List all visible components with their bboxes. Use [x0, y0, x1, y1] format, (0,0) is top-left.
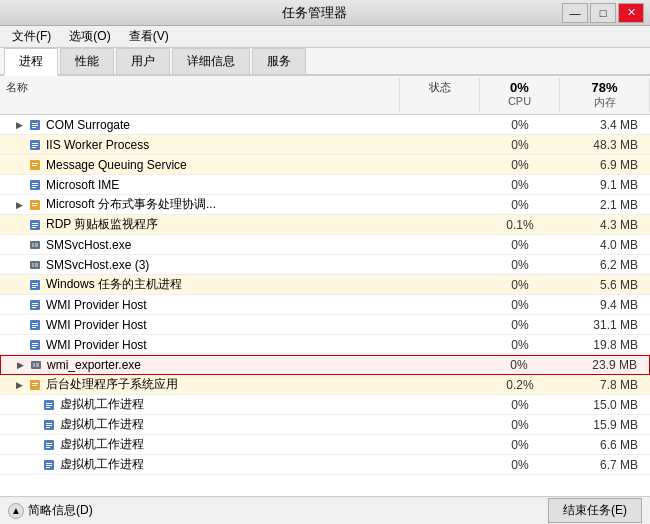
tab-process[interactable]: 进程: [4, 48, 58, 76]
expand-icon[interactable]: [14, 260, 24, 270]
process-mem-cell: 23.9 MB: [559, 358, 649, 372]
expand-icon[interactable]: ▲: [8, 503, 24, 519]
expand-icon[interactable]: ▶: [15, 360, 25, 370]
tab-performance[interactable]: 性能: [60, 48, 114, 74]
process-name-cell: 虚拟机工作进程: [0, 395, 400, 414]
expand-icon[interactable]: [14, 340, 24, 350]
svg-rect-56: [46, 425, 52, 426]
expand-icon[interactable]: [14, 240, 24, 250]
expand-icon[interactable]: [14, 220, 24, 230]
process-name-cell: ▶Microsoft 分布式事务处理协调...: [0, 195, 400, 214]
svg-rect-27: [35, 263, 38, 267]
table-row[interactable]: 虚拟机工作进程0%6.7 MB: [0, 455, 650, 475]
process-name-text: RDP 剪贴板监视程序: [46, 216, 158, 233]
table-row[interactable]: ▶后台处理程序子系统应用0.2%7.8 MB: [0, 375, 650, 395]
expand-icon[interactable]: [28, 460, 38, 470]
process-icon: [28, 278, 42, 292]
process-mem-cell: 4.0 MB: [560, 238, 650, 252]
table-row[interactable]: 虚拟机工作进程0%15.9 MB: [0, 415, 650, 435]
table-row[interactable]: SMSvcHost.exe0%4.0 MB: [0, 235, 650, 255]
expand-icon[interactable]: [14, 180, 24, 190]
expand-icon[interactable]: [14, 140, 24, 150]
process-name-text: 虚拟机工作进程: [60, 396, 144, 413]
maximize-button[interactable]: □: [590, 3, 616, 23]
end-task-button[interactable]: 结束任务(E): [548, 498, 642, 523]
tab-user[interactable]: 用户: [116, 48, 170, 74]
table-row[interactable]: Microsoft IME0%9.1 MB: [0, 175, 650, 195]
menu-view[interactable]: 查看(V): [121, 26, 177, 47]
expand-icon[interactable]: [14, 320, 24, 330]
process-name-cell: Windows 任务的主机进程: [0, 275, 400, 294]
table-row[interactable]: IIS Worker Process0%48.3 MB: [0, 135, 650, 155]
process-cpu-cell: 0%: [480, 398, 560, 412]
process-mem-cell: 6.6 MB: [560, 438, 650, 452]
expand-icon[interactable]: [14, 280, 24, 290]
col-name[interactable]: 名称: [0, 78, 400, 112]
table-row[interactable]: Windows 任务的主机进程0%5.6 MB: [0, 275, 650, 295]
menu-file[interactable]: 文件(F): [4, 26, 59, 47]
expand-icon[interactable]: ▶: [14, 380, 24, 390]
process-cpu-cell: 0%: [480, 158, 560, 172]
table-row[interactable]: SMSvcHost.exe (3)0%6.2 MB: [0, 255, 650, 275]
col-mem-label: 内存: [566, 95, 643, 110]
svg-rect-49: [32, 385, 37, 386]
process-mem-cell: 19.8 MB: [560, 338, 650, 352]
close-button[interactable]: ✕: [618, 3, 644, 23]
process-name-cell: 虚拟机工作进程: [0, 435, 400, 454]
process-cpu-cell: 0%: [480, 298, 560, 312]
expand-icon[interactable]: ▶: [14, 120, 24, 130]
process-name-cell: Microsoft IME: [0, 177, 400, 193]
expand-icon[interactable]: [14, 160, 24, 170]
process-cpu-cell: 0%: [480, 258, 560, 272]
table-row[interactable]: 虚拟机工作进程0%15.0 MB: [0, 395, 650, 415]
process-name-cell: 虚拟机工作进程: [0, 415, 400, 434]
table-row[interactable]: ▶Microsoft 分布式事务处理协调...0%2.1 MB: [0, 195, 650, 215]
process-mem-cell: 5.6 MB: [560, 278, 650, 292]
svg-rect-3: [32, 127, 36, 128]
svg-rect-14: [32, 187, 36, 188]
process-icon: [42, 398, 56, 412]
svg-rect-60: [46, 445, 52, 446]
process-icon: [28, 378, 42, 392]
expand-icon[interactable]: ▶: [14, 200, 24, 210]
process-cpu-cell: 0.2%: [480, 378, 560, 392]
process-cpu-cell: 0%: [480, 138, 560, 152]
expand-icon[interactable]: [28, 420, 38, 430]
expand-icon[interactable]: [28, 400, 38, 410]
status-summary[interactable]: ▲ 简略信息(D): [8, 502, 93, 519]
col-status[interactable]: 状态: [400, 78, 480, 112]
expand-icon[interactable]: [14, 300, 24, 310]
window-controls[interactable]: — □ ✕: [562, 3, 644, 23]
process-icon: [42, 438, 56, 452]
process-mem-cell: 3.4 MB: [560, 118, 650, 132]
process-icon: [28, 118, 42, 132]
table-row[interactable]: RDP 剪贴板监视程序0.1%4.3 MB: [0, 215, 650, 235]
table-row[interactable]: WMI Provider Host0%19.8 MB: [0, 335, 650, 355]
summary-label[interactable]: 简略信息(D): [28, 502, 93, 519]
tab-details[interactable]: 详细信息: [172, 48, 250, 74]
svg-rect-39: [32, 327, 36, 328]
title-bar: 任务管理器 — □ ✕: [0, 0, 650, 26]
minimize-button[interactable]: —: [562, 3, 588, 23]
table-row[interactable]: ▶COM Surrogate0%3.4 MB: [0, 115, 650, 135]
menu-options[interactable]: 选项(O): [61, 26, 118, 47]
svg-rect-42: [32, 345, 38, 346]
process-cpu-cell: 0%: [479, 358, 559, 372]
process-mem-cell: 2.1 MB: [560, 198, 650, 212]
process-name-text: 后台处理程序子系统应用: [46, 376, 178, 393]
process-cpu-cell: 0%: [480, 238, 560, 252]
tab-services[interactable]: 服务: [252, 48, 306, 74]
expand-icon[interactable]: [28, 440, 38, 450]
process-name-text: WMI Provider Host: [46, 338, 147, 352]
table-row[interactable]: Message Queuing Service0%6.9 MB: [0, 155, 650, 175]
table-row[interactable]: WMI Provider Host0%9.4 MB: [0, 295, 650, 315]
table-row[interactable]: 虚拟机工作进程0%6.6 MB: [0, 435, 650, 455]
process-name-cell: IIS Worker Process: [0, 137, 400, 153]
process-name-cell: RDP 剪贴板监视程序: [0, 215, 400, 234]
process-list[interactable]: ▶COM Surrogate0%3.4 MBIIS Worker Process…: [0, 115, 650, 496]
table-row[interactable]: ▶wmi_exporter.exe0%23.9 MB: [0, 355, 650, 375]
svg-rect-63: [46, 463, 52, 464]
table-row[interactable]: WMI Provider Host0%31.1 MB: [0, 315, 650, 335]
svg-rect-16: [32, 203, 38, 204]
process-name-text: 虚拟机工作进程: [60, 456, 144, 473]
